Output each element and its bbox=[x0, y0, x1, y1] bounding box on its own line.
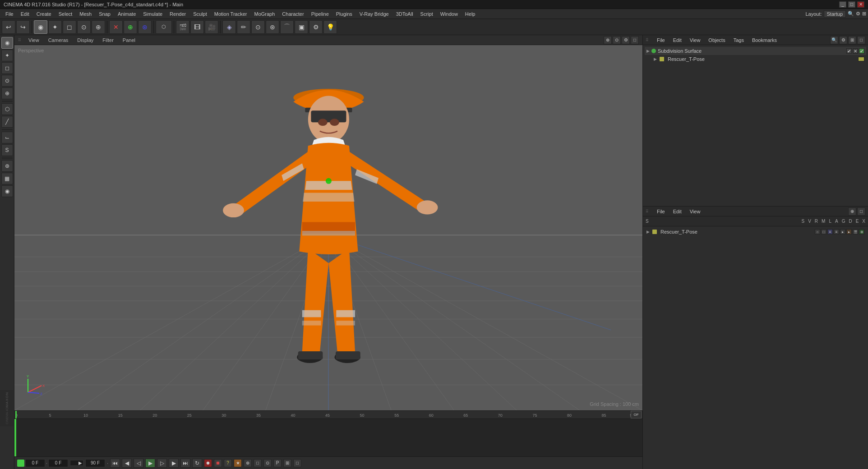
menu-mograph[interactable]: MoGraph bbox=[250, 10, 278, 18]
menu-character[interactable]: Character bbox=[278, 10, 307, 18]
move-button[interactable]: ✦ bbox=[48, 20, 62, 34]
vp-menu-filter[interactable]: Filter bbox=[101, 37, 115, 44]
menu-window[interactable]: Window bbox=[437, 10, 462, 18]
add-key-button[interactable]: ⊕ bbox=[244, 459, 252, 467]
vp-icon-move[interactable]: ⊕ bbox=[604, 36, 612, 44]
menu-mesh[interactable]: Mesh bbox=[76, 10, 95, 18]
go-start-button[interactable]: ⏮ bbox=[110, 459, 120, 468]
array-button[interactable]: ▣ bbox=[295, 20, 308, 34]
obj-collapse-icon[interactable]: □ bbox=[857, 36, 865, 44]
obj-expand-icon[interactable]: ⊞ bbox=[848, 36, 856, 44]
viewport-3d[interactable]: Perspective Grid Spacing : 100 cm X Y Z bbox=[14, 45, 642, 410]
menu-vray[interactable]: V-Ray Bridge bbox=[356, 10, 392, 18]
menu-plugins[interactable]: Plugins bbox=[332, 10, 356, 18]
go-end-button[interactable]: ⏭ bbox=[180, 459, 190, 468]
layout-expand-icon[interactable]: ⊞ bbox=[862, 11, 866, 17]
total-frames-input[interactable] bbox=[85, 459, 105, 467]
sidebar-select-btn[interactable]: ◉ bbox=[1, 37, 13, 49]
transform-button[interactable]: ⊕ bbox=[92, 20, 105, 34]
play-button[interactable]: ▶ bbox=[145, 459, 155, 468]
obj-menu-edit[interactable]: Edit bbox=[671, 37, 683, 43]
rot-button[interactable]: ⊙ bbox=[263, 459, 272, 467]
maximize-button[interactable]: □ bbox=[848, 1, 855, 8]
minimize-button[interactable]: _ bbox=[839, 1, 846, 8]
tag-icon-4[interactable]: ≡ bbox=[834, 229, 839, 234]
tag-icon-1[interactable]: ○ bbox=[815, 229, 820, 234]
menu-motion-tracker[interactable]: Motion Tracker bbox=[211, 10, 251, 18]
render-button[interactable]: 🎥 bbox=[205, 20, 218, 34]
redo-button[interactable]: ↪ bbox=[16, 20, 30, 34]
sidebar-line-btn[interactable]: ╱ bbox=[1, 116, 13, 128]
tag-icon-6[interactable]: ▸ bbox=[846, 229, 852, 234]
sidebar-brush-btn[interactable]: ⊛ bbox=[1, 160, 13, 172]
menu-render[interactable]: Render bbox=[166, 10, 189, 18]
next-key-button[interactable]: ▷ bbox=[157, 459, 167, 468]
menu-3dtoall[interactable]: 3DToAll bbox=[392, 10, 417, 18]
layout-value[interactable]: Startup bbox=[824, 10, 846, 18]
obj-settings-icon[interactable]: ⚙ bbox=[839, 36, 847, 44]
layout-gear-icon[interactable]: ⚙ bbox=[856, 11, 860, 17]
obj-bot-icon-1[interactable]: ⊕ bbox=[848, 207, 856, 216]
obj-icon-rescuer-yellow[interactable] bbox=[858, 57, 864, 61]
expand-arrow-bot[interactable]: ▶ bbox=[646, 230, 650, 234]
object-mode-button[interactable]: ⬡ bbox=[156, 20, 172, 34]
vp-menu-view[interactable]: View bbox=[27, 37, 41, 44]
menu-help[interactable]: Help bbox=[462, 10, 479, 18]
current-frame-input[interactable] bbox=[25, 459, 45, 467]
help-button[interactable]: ? bbox=[224, 459, 232, 467]
tag-icon-8[interactable]: ⊕ bbox=[859, 229, 864, 234]
undo-button[interactable]: ↩ bbox=[2, 20, 15, 34]
tag-icon-7[interactable]: ☰ bbox=[853, 229, 858, 234]
expand-arrow[interactable]: ▶ bbox=[646, 49, 650, 53]
pla-button[interactable]: ⊞ bbox=[283, 459, 291, 467]
menu-select[interactable]: Select bbox=[55, 10, 76, 18]
tag-icon-3[interactable]: ≡ bbox=[827, 229, 833, 234]
vp-icon-zoom[interactable]: ⊙ bbox=[613, 36, 621, 44]
menu-sculpt[interactable]: Sculpt bbox=[189, 10, 211, 18]
obj-bot-icon-2[interactable]: □ bbox=[857, 207, 865, 216]
obj-item-rescuer[interactable]: ▶ Rescuer_T-Pose bbox=[645, 55, 866, 63]
vp-menu-display[interactable]: Display bbox=[75, 37, 95, 44]
menu-script[interactable]: Script bbox=[417, 10, 437, 18]
obj-menu-bookmarks[interactable]: Bookmarks bbox=[750, 37, 779, 43]
timeline-content[interactable] bbox=[14, 419, 642, 456]
sidebar-snap-btn[interactable]: ⌙ bbox=[1, 132, 13, 143]
live-select-button[interactable]: ◉ bbox=[34, 20, 47, 34]
y-axis-button[interactable]: ⊕ bbox=[124, 20, 137, 34]
obj-menu-view[interactable]: View bbox=[688, 37, 702, 43]
prev-frame-button[interactable]: ◀ bbox=[122, 459, 132, 468]
prev-key-button[interactable]: ◁ bbox=[134, 459, 143, 468]
render-region-button[interactable]: 🎬 bbox=[176, 20, 189, 34]
param-button[interactable]: P bbox=[273, 459, 282, 467]
sidebar-transform-btn[interactable]: ⊕ bbox=[1, 87, 13, 99]
stop-button[interactable]: ⏹ bbox=[214, 459, 222, 467]
sculpt-button[interactable]: ⊛ bbox=[266, 20, 279, 34]
obj-icon-check[interactable]: ✔ bbox=[846, 48, 852, 54]
obj-item-subdivision[interactable]: ▶ Subdivision Surface ✔ ✕ ✔ bbox=[645, 47, 866, 55]
x-axis-button[interactable]: ✕ bbox=[109, 20, 123, 34]
sidebar-rotate-btn[interactable]: ⊙ bbox=[1, 75, 13, 87]
menu-animate[interactable]: Animate bbox=[114, 10, 139, 18]
obj-bot-menu-edit[interactable]: Edit bbox=[671, 208, 683, 215]
menu-pipeline[interactable]: Pipeline bbox=[308, 10, 332, 18]
tag-icon-2[interactable]: □ bbox=[821, 229, 826, 234]
loop-button[interactable]: ↻ bbox=[192, 459, 202, 468]
user-data-button[interactable]: □ bbox=[293, 459, 301, 467]
z-axis-button[interactable]: ⊛ bbox=[138, 20, 152, 34]
key-button[interactable]: ★ bbox=[234, 459, 242, 467]
obj-icon-green[interactable]: ✔ bbox=[859, 48, 864, 54]
vp-icon-render[interactable]: □ bbox=[631, 36, 639, 44]
obj-menu-objects[interactable]: Objects bbox=[706, 37, 727, 43]
rotate-button[interactable]: ⊙ bbox=[77, 20, 91, 34]
sidebar-circle-btn[interactable]: ◉ bbox=[1, 185, 13, 197]
pos-button[interactable]: □ bbox=[254, 459, 262, 467]
sidebar-grid-btn[interactable]: ▦ bbox=[1, 173, 13, 184]
layout-search-icon[interactable]: 🔍 bbox=[848, 11, 854, 17]
tag-icon-5[interactable]: ▸ bbox=[840, 229, 845, 234]
scale-button[interactable]: ◻ bbox=[63, 20, 76, 34]
obj-menu-file[interactable]: File bbox=[655, 37, 667, 43]
obj-bot-menu-view[interactable]: View bbox=[688, 208, 702, 215]
pen-button[interactable]: ✏ bbox=[237, 20, 250, 34]
next-frame-button[interactable]: ▶ bbox=[169, 459, 179, 468]
menu-simulate[interactable]: Simulate bbox=[139, 10, 166, 18]
